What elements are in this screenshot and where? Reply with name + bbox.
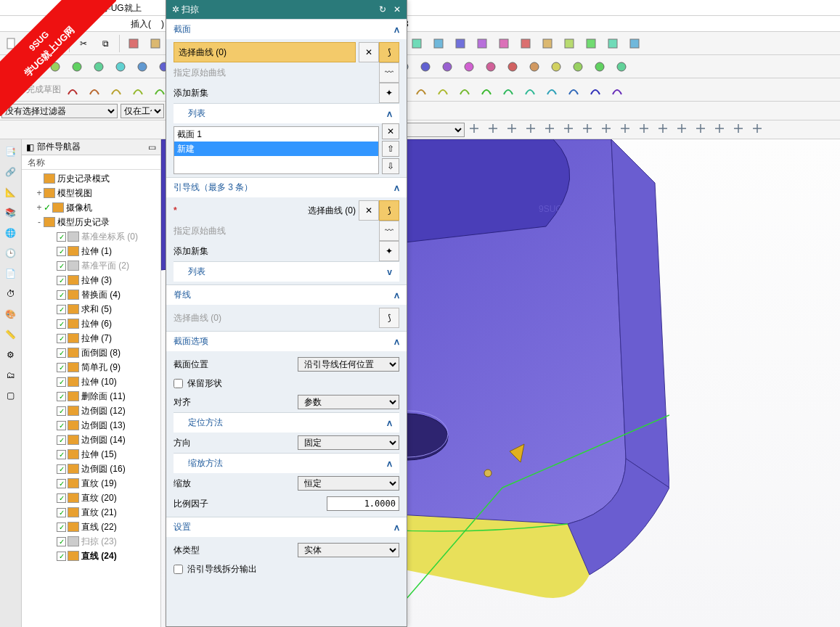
rail-empty-icon[interactable]: ▢ (3, 388, 19, 403)
tb-misc-20[interactable] (559, 33, 579, 54)
tb-misc-16[interactable] (472, 33, 492, 54)
sel-tool-5[interactable] (562, 122, 578, 138)
tb2-misc-20[interactable] (459, 57, 479, 77)
rail-palette-icon[interactable]: 🎨 (3, 306, 19, 322)
tb2-misc-22[interactable] (502, 57, 523, 77)
scale-select[interactable]: 恒定 (298, 476, 399, 491)
rail-robot-icon[interactable]: ⚙ (3, 347, 19, 363)
tree-row[interactable]: ✓拉伸 (3) (22, 273, 160, 287)
rail-layers-icon[interactable]: 🗂 (3, 367, 19, 383)
rail-measure-icon[interactable]: 📏 (3, 327, 19, 343)
rail-sheet-icon[interactable]: 📄 (3, 266, 19, 282)
tb2-misc-23[interactable] (524, 57, 545, 77)
tree-row[interactable]: ✓基准平面 (2) (22, 258, 160, 273)
tb3-misc-21[interactable] (520, 80, 540, 100)
orig-curve-icon[interactable]: 〰 (379, 62, 399, 83)
rail-constraint-icon[interactable]: 📐 (3, 184, 19, 200)
tb2-misc-19[interactable] (437, 57, 457, 77)
sel-tool-4[interactable] (543, 122, 559, 138)
section-list[interactable]: 截面 1 新建 (174, 126, 379, 174)
menu-close[interactable]: ) (161, 16, 164, 31)
tree-row[interactable]: ✓直线 (22) (22, 520, 160, 534)
tree-row[interactable]: -模型历史记录 (22, 215, 160, 229)
tb-misc-17[interactable] (494, 33, 514, 54)
model-tree[interactable]: 历史记录模式+模型视图+✓摄像机-模型历史记录✓基准坐标系 (0)✓拉伸 (1)… (22, 170, 160, 627)
tb-text[interactable]: A (1, 57, 22, 77)
menu-insert[interactable]: 插入( (131, 16, 151, 31)
selection-scope[interactable]: 仅在工作部件内 (121, 104, 164, 118)
guide-orig-icon[interactable]: 〰 (379, 221, 399, 241)
guide-tool-icon[interactable]: ✕ (359, 200, 379, 221)
guide-addset-icon[interactable]: ✦ (379, 241, 399, 261)
sel-tool-8[interactable] (619, 122, 635, 138)
tb3-misc-2[interactable] (106, 80, 126, 100)
dialog-close-icon[interactable]: ✕ (394, 4, 401, 15)
sel-tool-10[interactable] (656, 122, 672, 138)
tb2-misc-0[interactable] (23, 57, 44, 77)
tb-misc-21[interactable] (581, 33, 601, 54)
tb3-misc-25[interactable] (607, 80, 627, 100)
selection-filter[interactable]: 没有选择过滤器 (1, 104, 118, 118)
list-down-icon[interactable]: ⇩ (382, 158, 399, 174)
tree-row[interactable]: ✓拉伸 (6) (22, 316, 160, 331)
section-section-head[interactable]: 截面ʌ (166, 19, 407, 39)
tb2-misc-18[interactable] (415, 57, 436, 77)
dialog-reset-icon[interactable]: ↻ (379, 4, 386, 15)
tb2-misc-5[interactable] (132, 57, 152, 77)
section-options-head[interactable]: 截面选项ʌ (166, 331, 407, 351)
rail-assembly-icon[interactable]: 🔗 (3, 164, 19, 180)
tree-row[interactable]: ✓替换面 (4) (22, 287, 160, 302)
tb3-misc-24[interactable] (585, 80, 605, 100)
body-type-select[interactable]: 实体 (298, 543, 399, 557)
tree-row[interactable]: ✓直纹 (20) (22, 491, 160, 505)
keep-shape-checkbox[interactable] (174, 379, 183, 388)
tree-row[interactable]: ✓拉伸 (10) (22, 374, 160, 389)
list-item[interactable]: 截面 1 (174, 127, 378, 142)
sel-tool-15[interactable] (751, 122, 767, 138)
tree-row[interactable]: 历史记录模式 (22, 171, 160, 186)
tree-row[interactable]: ✓拉伸 (15) (22, 447, 160, 462)
tb3-misc-20[interactable] (498, 80, 518, 100)
sel-tool-7[interactable] (600, 122, 616, 138)
tree-row[interactable]: +✓摄像机 (22, 200, 160, 215)
tb-misc-0[interactable] (123, 33, 144, 54)
spine-head[interactable]: 脊线ʌ (166, 284, 407, 305)
tb-misc-15[interactable] (450, 33, 470, 54)
tb-misc-19[interactable] (537, 33, 558, 54)
align-select[interactable]: 参数 (298, 395, 399, 409)
tb3-misc-0[interactable] (62, 80, 83, 100)
tree-row[interactable]: ✓求和 (5) (22, 302, 160, 316)
navigator-close-icon[interactable]: ▭ (148, 142, 156, 152)
rail-roles-icon[interactable]: 📚 (3, 205, 19, 221)
tree-row[interactable]: ✓直线 (24) (22, 549, 160, 563)
guide-curve-icon[interactable]: ⟆ (379, 200, 399, 221)
select-guide-curve[interactable]: *选择曲线 (0) (174, 200, 356, 221)
tb3-misc-17[interactable] (433, 80, 453, 100)
tb2-misc-2[interactable] (67, 57, 87, 77)
rail-history-icon[interactable]: 🕒 (3, 245, 19, 261)
tb2-misc-3[interactable] (89, 57, 109, 77)
tree-row[interactable]: ✓删除面 (11) (22, 389, 160, 403)
tb2-misc-25[interactable] (568, 57, 588, 77)
sel-tool-0[interactable] (468, 122, 484, 138)
tree-row[interactable]: ✓面倒圆 (8) (22, 345, 160, 360)
rail-navigator-icon[interactable]: 📑 (3, 144, 19, 160)
scale-head[interactable]: 缩放方法ʌ (174, 453, 399, 473)
sel-tool-6[interactable] (581, 122, 597, 138)
tree-row[interactable]: ✓边倒圆 (16) (22, 462, 160, 476)
tb-new[interactable] (1, 33, 22, 54)
tb-misc-23[interactable] (624, 33, 645, 54)
scale-factor-input[interactable] (327, 496, 399, 511)
orient-head[interactable]: 定位方法ʌ (174, 412, 399, 433)
section-position-select[interactable]: 沿引导线任何位置 (298, 357, 399, 372)
tb-misc-14[interactable] (428, 33, 449, 54)
rail-web-icon[interactable]: 🌐 (3, 225, 19, 241)
tb-misc-1[interactable] (145, 33, 166, 54)
list-up-icon[interactable]: ⇧ (382, 141, 399, 157)
list-delete-icon[interactable]: ✕ (382, 123, 399, 139)
tb3-misc-18[interactable] (454, 80, 475, 100)
sel-tool-11[interactable] (675, 122, 691, 138)
tb2-misc-21[interactable] (481, 57, 501, 77)
tb2-misc-27[interactable] (611, 57, 632, 77)
tb-copy[interactable]: ⧉ (95, 33, 115, 54)
